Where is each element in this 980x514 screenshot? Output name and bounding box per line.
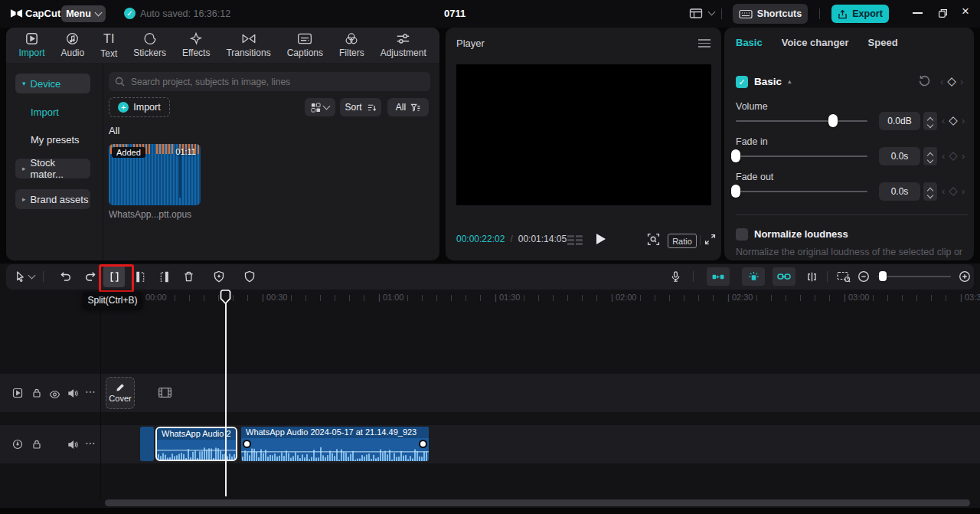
shortcuts-button[interactable]: Shortcuts (733, 4, 808, 24)
tab-voice-changer[interactable]: Voice changer (782, 37, 849, 48)
lock-icon[interactable] (31, 388, 42, 401)
fade-out-handle[interactable] (419, 440, 427, 448)
video-viewport[interactable] (456, 64, 711, 205)
delete-button[interactable] (178, 266, 199, 287)
lock-icon[interactable] (31, 439, 42, 453)
sidebar-item-my-presets[interactable]: My presets (15, 129, 90, 149)
collapse-caret-icon[interactable]: ▴ (788, 77, 792, 85)
focus-zoom-icon[interactable] (647, 233, 660, 246)
playhead-pin[interactable] (220, 290, 231, 307)
fade-out-stepper[interactable] (923, 182, 937, 201)
chevron-down-icon[interactable] (708, 8, 716, 16)
snap-to-start-button[interactable] (707, 267, 730, 286)
keyframe-nav-basic[interactable]: ‹ ◇ › (940, 74, 963, 88)
audio-clip-fragment[interactable] (140, 427, 154, 461)
record-voiceover-icon[interactable] (665, 266, 686, 287)
normalize-loudness-checkbox[interactable] (736, 228, 748, 241)
volume-slider-thumb[interactable] (828, 114, 838, 127)
export-button[interactable]: Export (831, 5, 889, 23)
playhead-line[interactable] (225, 291, 227, 496)
volume-value[interactable]: 0.0dB (879, 112, 920, 130)
fade-out-slider-thumb[interactable] (731, 185, 740, 198)
basic-section-checkbox[interactable]: ✓ (736, 76, 748, 88)
audio-clip[interactable]: WhatsApp Audio 2024-05-17 at 21.14.49_92… (241, 427, 429, 461)
fade-out-slider[interactable] (736, 191, 867, 192)
fullscreen-icon[interactable] (704, 234, 716, 245)
auto-snap-magnet-button[interactable] (742, 267, 765, 286)
tab-text[interactable]: TI Text (93, 32, 126, 59)
view-mode-button[interactable] (305, 98, 335, 116)
minimize-button[interactable] (913, 12, 923, 14)
sort-button[interactable]: Sort (340, 98, 381, 116)
sidebar-item-device[interactable]: ▾ Device (15, 74, 90, 93)
search-input[interactable] (129, 76, 408, 88)
layout-display-icon[interactable] (689, 8, 703, 19)
tab-captions[interactable]: Captions (279, 32, 331, 58)
zoom-out-icon[interactable] (853, 266, 874, 287)
speaker-icon[interactable] (67, 439, 79, 453)
undo-button[interactable] (54, 266, 76, 287)
eye-visibility-icon[interactable] (49, 388, 60, 402)
play-button[interactable] (596, 234, 606, 244)
horizontal-scrollbar[interactable] (105, 499, 970, 506)
sidebar-item-stock-materials[interactable]: ▸ Stock mater... (15, 159, 90, 178)
cover-button[interactable]: Cover (106, 377, 135, 409)
filter-all-button[interactable]: All (387, 98, 429, 116)
player-menu-icon[interactable] (698, 39, 710, 47)
preview-axis-icon[interactable] (801, 266, 822, 287)
sidebar-item-brand-assets[interactable]: ▸ Brand assets (15, 189, 90, 209)
split-button[interactable] (103, 266, 125, 287)
keyframe-diamond-icon[interactable]: ◇ (949, 113, 958, 127)
tab-effects[interactable]: Effects (174, 32, 217, 58)
link-clips-button[interactable] (773, 267, 795, 286)
pages-icon[interactable] (567, 234, 583, 246)
more-options-icon[interactable]: ⋯ (85, 437, 96, 449)
more-options-icon[interactable]: ⋯ (85, 385, 96, 398)
added-badge: Added (112, 147, 145, 158)
fade-in-stepper[interactable] (923, 147, 937, 165)
tab-transitions[interactable]: Transitions (218, 32, 279, 58)
media-item-thumbnail[interactable]: Added 01:11 (109, 144, 201, 205)
zoom-in-icon[interactable] (954, 266, 975, 287)
delete-left-button[interactable] (129, 266, 151, 287)
keyframe-diamond-icon[interactable]: ◇ (947, 74, 956, 88)
tab-stickers[interactable]: Stickers (126, 32, 175, 58)
fade-in-slider-thumb[interactable] (731, 149, 740, 162)
ratio-button[interactable]: Ratio (668, 234, 697, 248)
select-tool-button[interactable] (9, 266, 31, 287)
tab-filters[interactable]: Filters (332, 32, 373, 58)
render-preview-icon[interactable] (833, 266, 854, 287)
reset-icon[interactable] (918, 74, 931, 87)
shield-icon[interactable] (239, 266, 260, 287)
film-strip-icon[interactable] (158, 387, 172, 398)
fade-in-handle[interactable] (243, 440, 251, 448)
keyframe-diamond-icon[interactable]: ◇ (949, 149, 958, 162)
fade-out-value[interactable]: 0.0s (879, 182, 920, 201)
close-window-button[interactable]: × (962, 4, 969, 19)
delete-right-button[interactable] (153, 266, 175, 287)
redo-button[interactable] (80, 266, 101, 287)
smart-shield-icon[interactable] (208, 266, 230, 287)
tab-audio[interactable]: Audio (53, 32, 93, 58)
volume-slider[interactable] (736, 120, 867, 122)
fade-in-value[interactable]: 0.0s (879, 147, 920, 165)
keyframe-nav-fade-in[interactable]: ‹ ◇ › (942, 149, 965, 162)
menu-button[interactable]: Menu (61, 5, 106, 22)
fade-in-slider[interactable] (736, 156, 867, 157)
tab-adjustment[interactable]: Adjustment (372, 32, 434, 58)
tab-basic[interactable]: Basic (736, 37, 763, 48)
speaker-icon[interactable] (67, 388, 79, 401)
timeline-zoom-slider[interactable] (877, 276, 951, 277)
keyframe-diamond-icon[interactable]: ◇ (949, 184, 958, 198)
timeline-ruler[interactable]: 00:00| 00:30| 01:00| 01:30| 02:00| 02:30… (0, 290, 980, 308)
keyframe-nav-fade-out[interactable]: ‹ ◇ › (942, 184, 965, 198)
import-media-button[interactable]: + Import (109, 97, 170, 117)
volume-stepper[interactable] (923, 112, 937, 130)
restore-window-button[interactable] (938, 8, 948, 18)
tab-import[interactable]: Import (11, 32, 53, 58)
timeline-zoom-thumb[interactable] (879, 271, 887, 281)
sidebar-item-import[interactable]: Import (15, 102, 90, 122)
search-bar[interactable] (109, 72, 430, 91)
keyframe-nav-volume[interactable]: ‹ ◇ › (942, 113, 965, 127)
tab-speed[interactable]: Speed (868, 37, 898, 48)
